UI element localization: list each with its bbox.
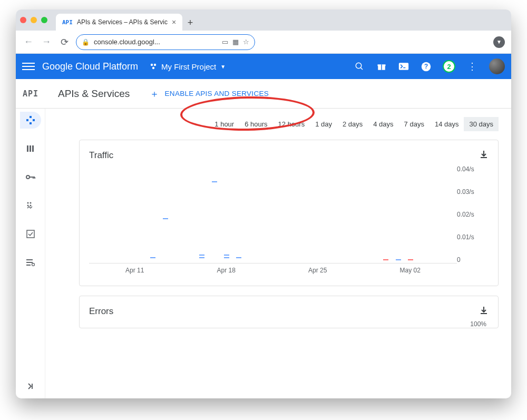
svg-rect-33 bbox=[481, 157, 487, 158]
svg-rect-8 bbox=[399, 63, 408, 70]
y-tick: 0.03/s bbox=[457, 188, 489, 196]
sidebar-item-page-usage[interactable] bbox=[20, 254, 41, 271]
enable-apis-label: ENABLE APIS AND SERVICES bbox=[165, 90, 269, 97]
sidebar-item-domain-verification[interactable] bbox=[20, 226, 41, 242]
notifications-badge[interactable]: 2 bbox=[443, 60, 455, 73]
time-range-option[interactable]: 1 day bbox=[310, 117, 337, 131]
svg-rect-34 bbox=[481, 313, 487, 314]
gcp-utilities: ? 2 ⋮ bbox=[354, 58, 505, 74]
page-body: 1 hour6 hours12 hours1 day2 days4 days7 … bbox=[16, 109, 511, 398]
data-point bbox=[408, 259, 413, 260]
project-picker[interactable]: My First Project ▼ bbox=[145, 60, 230, 73]
y-tick: 0.02/s bbox=[457, 211, 489, 218]
time-range-option[interactable]: 1 hour bbox=[209, 117, 239, 131]
svg-point-24 bbox=[30, 202, 31, 204]
svg-point-0 bbox=[151, 64, 153, 66]
cloud-shell-icon[interactable] bbox=[398, 61, 409, 72]
chevron-right-icon bbox=[27, 383, 34, 390]
card-title: Errors bbox=[89, 306, 113, 317]
data-point bbox=[224, 255, 229, 256]
gcp-header: Google Cloud Platform My First Project ▼… bbox=[16, 54, 511, 79]
time-range-option[interactable]: 6 hours bbox=[239, 117, 272, 131]
tab-title: APIs & Services – APIs & Servic bbox=[77, 18, 168, 26]
data-point bbox=[150, 257, 155, 258]
time-range-option[interactable]: 12 hours bbox=[273, 117, 310, 131]
sidebar-item-dashboard[interactable] bbox=[20, 112, 41, 129]
help-icon[interactable]: ? bbox=[421, 61, 431, 72]
browser-tab[interactable]: API APIs & Services – APIs & Servic × bbox=[56, 14, 182, 31]
errors-ylabel: 100% bbox=[89, 320, 489, 328]
time-range-option[interactable]: 2 days bbox=[337, 117, 368, 131]
svg-rect-18 bbox=[32, 145, 34, 152]
time-range-option[interactable]: 7 days bbox=[399, 117, 430, 131]
sidebar-item-oauth-consent[interactable] bbox=[20, 197, 41, 214]
download-button[interactable] bbox=[479, 150, 489, 161]
svg-point-23 bbox=[27, 202, 28, 204]
sidebar-item-library[interactable] bbox=[20, 140, 41, 157]
sidebar bbox=[16, 109, 45, 398]
page-header: API APIs & Services ＋ ENABLE APIS AND SE… bbox=[16, 79, 511, 109]
time-range-selector: 1 hour6 hours12 hours1 day2 days4 days7 … bbox=[45, 109, 511, 135]
avatar[interactable] bbox=[489, 58, 505, 74]
data-point bbox=[383, 259, 388, 260]
qr-icon[interactable]: ▦ bbox=[232, 38, 239, 46]
download-icon bbox=[479, 306, 489, 315]
nav-forward-button[interactable]: → bbox=[40, 36, 53, 47]
checkbox-icon bbox=[26, 230, 35, 238]
svg-point-26 bbox=[30, 205, 31, 207]
time-range-option[interactable]: 30 days bbox=[464, 117, 499, 131]
star-icon[interactable]: ☆ bbox=[243, 38, 249, 46]
traffic-chart: 0.04/s0.03/s0.02/s0.01/s0 Apr 11Apr 18Ap… bbox=[89, 165, 489, 276]
svg-rect-7 bbox=[381, 64, 382, 70]
new-tab-button[interactable]: + bbox=[182, 15, 198, 31]
nav-reload-button[interactable]: ⟳ bbox=[58, 36, 71, 48]
svg-rect-28 bbox=[26, 259, 33, 260]
data-point bbox=[396, 259, 401, 260]
sidebar-item-credentials[interactable] bbox=[20, 169, 41, 185]
sidebar-expand-button[interactable] bbox=[27, 383, 34, 392]
close-icon[interactable]: × bbox=[172, 18, 176, 26]
window-zoom-button[interactable] bbox=[41, 17, 47, 23]
address-bar[interactable]: 🔒 console.cloud.googl... ▭ ▦ ☆ bbox=[76, 34, 255, 50]
time-range-option[interactable]: 4 days bbox=[368, 117, 398, 131]
window-traffic-lights bbox=[20, 9, 47, 31]
tab-favicon: API bbox=[62, 19, 73, 26]
svg-point-31 bbox=[32, 263, 34, 266]
url-text: console.cloud.googl... bbox=[94, 38, 160, 46]
api-logo: API bbox=[16, 89, 45, 99]
card-title: Traffic bbox=[89, 150, 113, 161]
profile-menu-button[interactable]: ▼ bbox=[493, 36, 505, 48]
chart-plot-area bbox=[89, 165, 457, 263]
chevron-down-icon: ▼ bbox=[220, 64, 226, 70]
time-range-option[interactable]: 14 days bbox=[430, 117, 464, 131]
svg-rect-29 bbox=[26, 262, 33, 263]
window-minimize-button[interactable] bbox=[31, 17, 37, 23]
y-tick: 0 bbox=[457, 256, 489, 263]
x-tick: May 02 bbox=[400, 267, 421, 274]
chart-x-axis: Apr 11Apr 18Apr 25May 02 bbox=[89, 265, 457, 276]
data-point bbox=[212, 181, 217, 182]
y-tick: 0.04/s bbox=[457, 165, 489, 173]
window-close-button[interactable] bbox=[20, 17, 26, 23]
data-point bbox=[199, 255, 204, 256]
svg-point-19 bbox=[26, 175, 30, 179]
dashboard-icon bbox=[26, 116, 35, 124]
data-point bbox=[199, 257, 204, 258]
enable-apis-button[interactable]: ＋ ENABLE APIS AND SERVICES bbox=[142, 85, 276, 102]
gcp-brand[interactable]: Google Cloud Platform bbox=[42, 61, 138, 72]
svg-point-25 bbox=[27, 205, 28, 207]
nav-back-button[interactable]: ← bbox=[22, 36, 35, 47]
gift-icon[interactable] bbox=[376, 61, 387, 72]
svg-rect-14 bbox=[33, 119, 35, 121]
search-icon[interactable] bbox=[354, 61, 365, 72]
errors-card: Errors 100% bbox=[79, 296, 499, 328]
navigation-menu-button[interactable] bbox=[22, 60, 35, 73]
lock-icon: 🔒 bbox=[82, 38, 90, 46]
svg-rect-15 bbox=[30, 122, 32, 124]
device-icon[interactable]: ▭ bbox=[222, 38, 228, 46]
more-icon[interactable]: ⋮ bbox=[467, 61, 477, 72]
download-button[interactable] bbox=[479, 306, 489, 317]
data-point bbox=[236, 257, 241, 258]
svg-text:?: ? bbox=[424, 63, 427, 70]
svg-rect-17 bbox=[30, 145, 31, 152]
